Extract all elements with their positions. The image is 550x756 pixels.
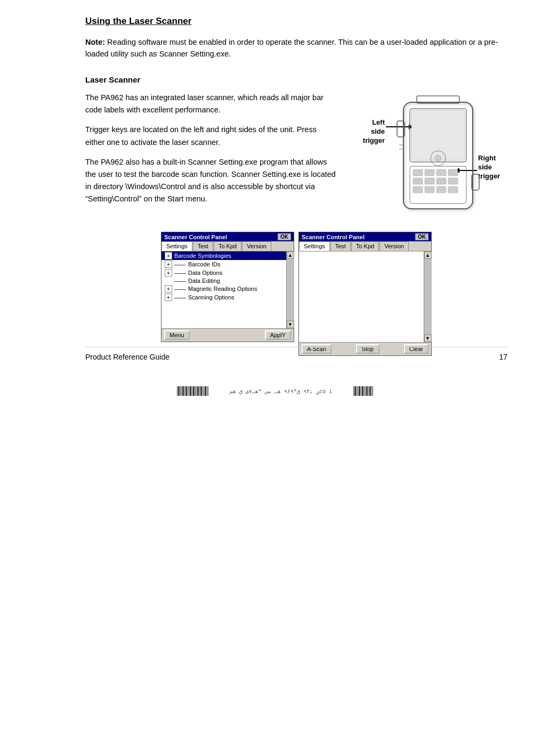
note-text: Reading software must be enabled in orde… xyxy=(85,38,498,58)
scroll-down-arrow[interactable]: ▼ xyxy=(424,335,432,342)
scroll-down-arrow[interactable]: ▼ xyxy=(287,321,294,328)
panel2-tab-settings[interactable]: Settings xyxy=(299,241,330,251)
panel1-tab-test[interactable]: Test xyxy=(193,241,213,251)
panel1-title-bar: Scanner Control Panel OK xyxy=(161,232,294,241)
scanner-para2: Trigger keys are located on the left and… xyxy=(85,124,337,148)
scanner-para1: The PA962 has an integrated laser scanne… xyxy=(85,92,337,116)
panel1-tree: + Barcode Symbologies + —— Barcode IDs +… xyxy=(161,251,286,328)
panel1-tabs: Settings Test To Kpd Version xyxy=(161,241,294,251)
scanner-para3: The PA962 also has a built-in Scanner Se… xyxy=(85,156,337,206)
footer-page-number: 17 xyxy=(499,353,507,361)
svg-rect-12 xyxy=(413,186,423,193)
tree-item-barcode-symbologies[interactable]: + Barcode Symbologies xyxy=(161,251,286,260)
expand-icon: + xyxy=(165,269,172,277)
svg-rect-13 xyxy=(425,186,434,193)
tree-item-data-editing[interactable]: —— Data Editing xyxy=(161,277,286,284)
svg-rect-5 xyxy=(425,169,434,176)
svg-rect-2 xyxy=(411,110,465,160)
barcode-footer: ي ن‍۹۳ ق*۹۶۹ هـ مي *هـ۷ف ق همco i xyxy=(0,386,550,396)
scanner-description: The PA962 has an integrated laser scanne… xyxy=(85,92,337,213)
page-footer: Product Reference Guide 17 xyxy=(85,347,507,361)
panel1-empty-space xyxy=(161,302,286,328)
panel1-tab-settings[interactable]: Settings xyxy=(161,241,192,251)
expand-icon: + xyxy=(165,252,172,259)
panel1: Scanner Control Panel OK Settings Test T… xyxy=(161,232,294,342)
dash: —— xyxy=(174,286,186,292)
panel2-title: Scanner Control Panel xyxy=(302,234,365,240)
panel2-content xyxy=(299,251,424,342)
footer-guide-label: Product Reference Guide xyxy=(85,353,169,361)
expand-icon: + xyxy=(165,261,172,268)
svg-rect-7 xyxy=(448,169,458,176)
tree-item-label: Barcode IDs xyxy=(188,261,221,267)
svg-rect-4 xyxy=(413,169,423,176)
tree-item-label: Data Editing xyxy=(188,278,220,284)
svg-point-20 xyxy=(435,155,441,161)
scroll-track xyxy=(287,259,294,321)
panel1-ok-button[interactable]: OK xyxy=(278,233,291,240)
panel1-content-area: + Barcode Symbologies + —— Barcode IDs +… xyxy=(161,251,294,328)
panel2-tab-tokpd[interactable]: To Kpd xyxy=(351,241,379,251)
device-illustration xyxy=(387,92,499,257)
scanner-image-area: Leftsidetrigger Rightsidetrigger xyxy=(353,92,507,213)
tree-item-label: Scanning Options xyxy=(188,294,234,300)
svg-rect-9 xyxy=(425,178,434,184)
dash: —— xyxy=(174,261,186,267)
svg-rect-14 xyxy=(436,186,446,193)
tree-item-barcode-ids[interactable]: + —— Barcode IDs xyxy=(161,260,286,269)
tree-item-label: Magnetic Reading Options xyxy=(188,286,257,292)
expand-icon: + xyxy=(165,285,172,292)
tree-item-magnetic-reading[interactable]: + —— Magnetic Reading Options xyxy=(161,284,286,293)
label-left-side-trigger: Leftsidetrigger xyxy=(353,118,385,145)
scroll-track xyxy=(424,259,432,335)
panel1-scrollbar[interactable]: ▲ ▼ xyxy=(286,251,294,328)
svg-rect-6 xyxy=(436,169,446,176)
barcode-right xyxy=(353,386,373,396)
panel1-tab-tokpd[interactable]: To Kpd xyxy=(214,241,241,251)
dash: —— xyxy=(174,270,186,276)
panel1-tab-version[interactable]: Version xyxy=(242,241,271,251)
svg-rect-10 xyxy=(436,178,446,184)
barcode-text: ي ن‍۹۳ ق*۹۶۹ هـ مي *هـ۷ف ق همco i xyxy=(230,388,333,394)
scanner-section: The PA962 has an integrated laser scanne… xyxy=(85,92,507,213)
barcode-left xyxy=(177,386,208,396)
panel2-scrollbar[interactable]: ▲ ▼ xyxy=(424,251,431,342)
panel1-bottom-bar: Menu ApplY xyxy=(161,328,294,342)
tree-item-label: Data Options xyxy=(188,270,222,276)
panel2-display-area xyxy=(299,251,424,342)
panel1-menu-button[interactable]: Menu xyxy=(164,330,190,340)
panel1-title: Scanner Control Panel xyxy=(164,234,227,240)
panel1-apply-button[interactable]: ApplY xyxy=(265,330,291,340)
section-heading: Laser Scanner xyxy=(85,75,507,84)
note-block: Note: Reading software must be enabled i… xyxy=(85,36,507,60)
dash: —— xyxy=(174,294,186,300)
expand-icon: + xyxy=(165,294,172,301)
note-label: Note: xyxy=(85,38,105,46)
svg-rect-11 xyxy=(448,178,458,184)
panel2-content-area: ▲ ▼ xyxy=(299,251,431,342)
panel2-tab-test[interactable]: Test xyxy=(330,241,351,251)
svg-rect-8 xyxy=(413,178,423,184)
tree-item-data-options[interactable]: + —— Data Options xyxy=(161,269,286,277)
dash: —— xyxy=(174,278,186,284)
scroll-up-arrow[interactable]: ▲ xyxy=(287,251,294,259)
tree-item-scanning-options[interactable]: + —— Scanning Options xyxy=(161,293,286,302)
svg-rect-15 xyxy=(448,186,458,193)
page-title: Using the Laser Scanner xyxy=(85,16,507,27)
tree-item-label: Barcode Symbologies xyxy=(174,253,231,259)
